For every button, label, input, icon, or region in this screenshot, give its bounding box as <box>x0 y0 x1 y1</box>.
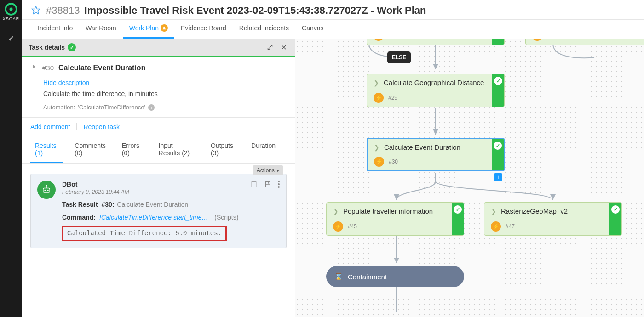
task-number: #30 <box>42 64 54 72</box>
subtab-comments[interactable]: Comments (0) <box>70 136 111 163</box>
task-details-panel: Task details ✓ #30 <box>22 39 295 317</box>
expand-icon[interactable] <box>265 43 275 52</box>
task-result-label: Task Result <box>62 201 98 208</box>
incident-header: #38813 Impossible Travel Risk Event 2023… <box>22 0 644 20</box>
result-output: Calculated Time Difference: 5.0 minutes. <box>62 226 227 241</box>
incident-title: Impossible Travel Risk Event 2023-02-09T… <box>84 5 426 17</box>
svg-point-12 <box>278 183 280 185</box>
flow-node-29[interactable]: ❯Calculate Geographical Distance ⚡#29 ✓ <box>367 74 505 107</box>
main-area: #38813 Impossible Travel Risk Event 2023… <box>22 0 644 317</box>
chevron-right-icon: ❯ <box>491 208 496 215</box>
hide-description-link[interactable]: Hide description <box>43 79 287 86</box>
bolt-icon: ⚡ <box>532 39 542 41</box>
command-label: Command: <box>62 214 96 221</box>
more-icon[interactable] <box>278 181 280 189</box>
favorite-star-icon[interactable] <box>31 6 40 16</box>
tab-related-incidents[interactable]: Related Incidents <box>233 20 295 39</box>
bolt-icon: ⚡ <box>374 157 384 167</box>
pin-icon[interactable] <box>3 29 19 46</box>
incident-id: #38813 <box>46 5 80 17</box>
tab-work-plan[interactable]: Work Plan <box>123 20 174 39</box>
workflow-canvas[interactable]: ELSE ⚡ ✓ ⚡ ✓ ❯Calculate Geographical Dis… <box>295 39 644 317</box>
result-card: DBot February 9, 2023 10:44 AM <box>30 174 287 248</box>
subtab-outputs[interactable]: Outputs (3) <box>206 136 240 163</box>
panel-header: Task details ✓ <box>22 39 295 57</box>
svg-point-1 <box>10 8 13 11</box>
svg-rect-4 <box>43 188 50 192</box>
svg-point-6 <box>47 190 49 191</box>
chevron-right-icon: ❯ <box>374 79 379 86</box>
automation-row: Automation: 'CalculateTimeDifference' i <box>43 104 287 111</box>
chevron-right-icon: ❯ <box>374 144 380 151</box>
actions-dropdown[interactable]: Actions ▾ <box>253 165 283 175</box>
subtab-duration[interactable]: Duration <box>247 136 280 163</box>
check-icon: ✓ <box>454 205 462 214</box>
bolt-icon: ⚡ <box>374 39 384 41</box>
dbot-avatar-icon <box>37 181 56 199</box>
subtab-input-results[interactable]: Input Results (2) <box>154 136 200 163</box>
command-source: (Scripts) <box>214 214 238 221</box>
flow-node-45[interactable]: ❯Populate traveller information ⚡#45 ✓ <box>326 202 464 236</box>
flow-node-partial-right[interactable]: ⚡ ✓ <box>525 39 644 45</box>
result-timestamp: February 9, 2023 10:44 AM <box>62 189 129 195</box>
bolt-icon: ⚡ <box>374 93 384 103</box>
task-name: Calculate Event Duration <box>58 64 145 72</box>
add-comment-link[interactable]: Add comment <box>30 123 70 130</box>
results-area: Actions ▾ DBot February 9, 2023 10:44 AM <box>22 164 295 258</box>
hourglass-icon: ⌛ <box>334 272 343 281</box>
panel-title: Task details <box>29 44 65 51</box>
svg-rect-9 <box>252 181 256 187</box>
tab-incident-info[interactable]: Incident Info <box>31 20 79 39</box>
task-header: #30 Calculate Event Duration Hide descri… <box>22 57 295 118</box>
result-author: DBot <box>62 181 129 188</box>
subtab-bar: Results (1) Comments (0) Errors (0) Inpu… <box>22 136 295 164</box>
status-success-icon: ✓ <box>68 43 76 51</box>
panel-actions: Add comment Reopen task <box>22 118 295 136</box>
add-node-icon[interactable]: + <box>494 173 502 181</box>
task-description: Calculate the time difference, in minute… <box>43 90 287 97</box>
subtab-results[interactable]: Results (1) <box>30 136 63 163</box>
svg-marker-2 <box>32 6 40 14</box>
svg-point-13 <box>278 186 280 188</box>
left-rail: XSOAR <box>0 0 22 317</box>
tab-evidence-board[interactable]: Evidence Board <box>174 20 233 39</box>
bolt-icon: ⚡ <box>333 221 343 232</box>
svg-point-11 <box>278 181 280 182</box>
svg-point-3 <box>163 27 165 28</box>
info-icon[interactable]: i <box>148 104 155 111</box>
flow-node-30[interactable]: ❯Calculate Event Duration ⚡#30 ✓ <box>367 138 505 171</box>
tab-bar: Incident Info War Room Work Plan Evidenc… <box>22 20 644 39</box>
check-icon: ✓ <box>611 205 620 214</box>
flow-node-partial-left[interactable]: ⚡ ✓ <box>367 39 505 45</box>
svg-point-8 <box>46 185 47 186</box>
caret-down-icon: ▾ <box>276 167 279 174</box>
section-containment[interactable]: ⌛ Containment <box>326 266 464 287</box>
else-badge: ELSE <box>387 51 411 63</box>
chevron-right-icon <box>30 63 38 73</box>
svg-point-5 <box>45 190 46 191</box>
flag-icon[interactable] <box>264 181 271 189</box>
app-logo[interactable] <box>5 3 17 16</box>
check-icon: ✓ <box>494 142 502 150</box>
bolt-icon: ⚡ <box>491 221 501 232</box>
command-value[interactable]: !CalculateTimeDifference start_time… <box>99 214 208 221</box>
chevron-right-icon: ❯ <box>333 208 339 215</box>
reopen-task-link[interactable]: Reopen task <box>83 123 120 130</box>
tab-war-room[interactable]: War Room <box>79 20 122 39</box>
user-badge-icon <box>161 24 168 32</box>
flow-node-47[interactable]: ❯RasterizeGeoMap_v2 ⚡#47 ✓ <box>484 202 622 236</box>
tab-canvas[interactable]: Canvas <box>295 20 330 39</box>
subtab-errors[interactable]: Errors (0) <box>117 136 148 163</box>
check-icon: ✓ <box>494 77 502 85</box>
close-icon[interactable] <box>279 43 288 52</box>
brand-label: XSOAR <box>3 17 20 21</box>
notebook-icon[interactable] <box>250 181 258 189</box>
